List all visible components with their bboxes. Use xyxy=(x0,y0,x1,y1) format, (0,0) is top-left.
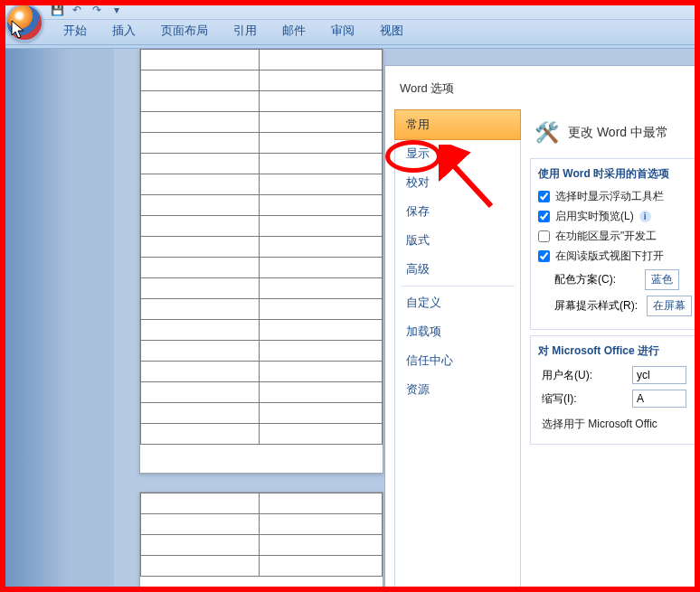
tab-insert[interactable]: 插入 xyxy=(99,18,148,44)
initials-label: 缩写(I): xyxy=(542,391,623,407)
document-table[interactable] xyxy=(140,49,383,445)
nav-save[interactable]: 保存 xyxy=(395,197,520,226)
qat-dropdown-icon[interactable]: ▾ xyxy=(109,2,125,18)
checkbox-developer-tab[interactable] xyxy=(538,230,550,242)
table-row xyxy=(141,341,383,362)
nav-general[interactable]: 常用 xyxy=(394,109,521,140)
opt-reading-view[interactable]: 在阅读版式视图下打开 xyxy=(538,249,699,264)
label-developer-tab: 在功能区显示"开发工 xyxy=(555,229,657,244)
page-1 xyxy=(139,49,383,474)
table-row xyxy=(141,320,383,341)
tab-home[interactable]: 开始 xyxy=(51,18,99,44)
screentip-label: 屏幕提示样式(R): xyxy=(554,298,638,314)
label-live-preview: 启用实时预览(L) xyxy=(555,209,634,224)
opt-mini-toolbar[interactable]: 选择时显示浮动工具栏 xyxy=(538,189,699,204)
qat-undo-icon[interactable]: ↶ xyxy=(69,2,85,18)
color-scheme-label: 配色方案(C): xyxy=(554,272,636,287)
table-row xyxy=(141,70,383,91)
table-row xyxy=(141,424,383,445)
tab-review[interactable]: 审阅 xyxy=(318,18,367,44)
table-row xyxy=(141,535,383,556)
table-row xyxy=(141,216,383,237)
ribbon-tabs: 开始 插入 页面布局 引用 邮件 审阅 视图 xyxy=(0,20,700,45)
table-row xyxy=(141,154,383,174)
nav-proofing[interactable]: 校对 xyxy=(395,168,520,197)
nav-trust-center[interactable]: 信任中心 xyxy=(395,346,520,375)
label-reading-view: 在阅读版式视图下打开 xyxy=(555,249,664,264)
tab-view[interactable]: 视图 xyxy=(367,18,416,44)
options-content: 🛠️ 更改 Word 中最常 使用 Word 时采用的首选项 选择时显示浮动工具… xyxy=(521,109,699,589)
table-row xyxy=(141,299,383,320)
username-label: 用户名(U): xyxy=(542,368,623,383)
personalize-footer: 选择用于 Microsoft Offic xyxy=(542,417,657,432)
table-row xyxy=(141,514,383,535)
table-row xyxy=(141,112,383,133)
page-2 xyxy=(139,492,383,592)
table-row xyxy=(141,278,383,299)
nav-resources[interactable]: 资源 xyxy=(395,375,520,404)
table-row xyxy=(141,91,383,112)
options-nav: 常用 显示 校对 保存 版式 高级 自定义 加载项 信任中心 资源 xyxy=(394,109,521,589)
table-row xyxy=(141,195,383,216)
section-personalize: 对 Microsoft Office 进行 用户名(U): 缩写(I): 选择用… xyxy=(530,335,699,445)
table-row xyxy=(141,258,383,278)
tab-mailings[interactable]: 邮件 xyxy=(270,18,318,44)
opt-developer-tab[interactable]: 在功能区显示"开发工 xyxy=(538,229,699,244)
qat-redo-icon[interactable]: ↷ xyxy=(89,2,105,18)
qat-save-icon[interactable]: 💾 xyxy=(49,2,65,18)
table-row xyxy=(141,133,383,154)
screentip-select[interactable]: 在屏幕 xyxy=(647,296,692,316)
office-button[interactable] xyxy=(5,4,43,42)
section-preferences: 使用 Word 时采用的首选项 选择时显示浮动工具栏 启用实时预览(L) i 在… xyxy=(530,158,699,330)
nav-layout[interactable]: 版式 xyxy=(395,226,520,255)
color-scheme-select[interactable]: 蓝色 xyxy=(645,269,679,290)
section-head-1: 使用 Word 时采用的首选项 xyxy=(538,166,699,182)
table-row xyxy=(141,50,383,70)
table-row xyxy=(141,403,383,424)
initials-input[interactable] xyxy=(632,390,686,408)
nav-display[interactable]: 显示 xyxy=(395,139,520,168)
dialog-title: Word 选项 xyxy=(385,66,699,109)
table-row xyxy=(141,493,383,514)
info-icon[interactable]: i xyxy=(639,211,651,222)
table-row xyxy=(141,237,383,258)
table-row xyxy=(141,174,383,195)
checkbox-reading-view[interactable] xyxy=(538,250,550,262)
document-table[interactable] xyxy=(140,493,383,577)
document-stage: Word 选项 常用 显示 校对 保存 版式 高级 自定义 加载项 信任中心 资… xyxy=(5,49,695,587)
nav-addins[interactable]: 加载项 xyxy=(395,317,520,346)
table-row xyxy=(141,362,383,382)
table-row xyxy=(141,382,383,403)
tab-page-layout[interactable]: 页面布局 xyxy=(148,18,221,44)
tab-references[interactable]: 引用 xyxy=(221,18,270,44)
word-options-dialog: Word 选项 常用 显示 校对 保存 版式 高级 自定义 加载项 信任中心 资… xyxy=(384,65,700,590)
options-heading: 更改 Word 中最常 xyxy=(568,125,668,141)
title-bar: 💾 ↶ ↷ ▾ xyxy=(0,0,700,20)
quick-access-toolbar: 💾 ↶ ↷ ▾ xyxy=(49,2,125,18)
opt-live-preview[interactable]: 启用实时预览(L) i xyxy=(538,209,699,224)
label-mini-toolbar: 选择时显示浮动工具栏 xyxy=(555,189,664,204)
nav-advanced[interactable]: 高级 xyxy=(395,255,520,284)
username-input[interactable] xyxy=(632,366,686,384)
checkbox-live-preview[interactable] xyxy=(538,211,550,222)
table-row xyxy=(141,556,383,577)
section-head-2: 对 Microsoft Office 进行 xyxy=(538,343,699,359)
tools-icon: 🛠️ xyxy=(532,118,561,147)
nav-customize[interactable]: 自定义 xyxy=(395,288,520,317)
checkbox-mini-toolbar[interactable] xyxy=(538,191,550,202)
